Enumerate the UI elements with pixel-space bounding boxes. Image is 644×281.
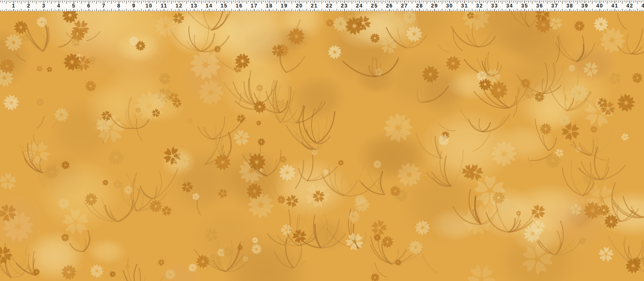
ruler-number: 5 [72, 3, 75, 9]
ruler-number: 30 [446, 3, 453, 9]
ruler-number: 14 [206, 3, 213, 9]
ruler-ticks [0, 0, 644, 12]
ruler-number: 20 [296, 3, 303, 9]
ruler-number: 19 [281, 3, 288, 9]
ruler-number: 13 [191, 3, 198, 9]
ruler-number: 17 [251, 3, 258, 9]
ruler-number: 12 [176, 3, 183, 9]
fabric-product-image: 1234567891011121314151617181920212223242… [0, 0, 644, 281]
ruler-number: 4 [57, 3, 60, 9]
ruler-number: 40 [596, 3, 603, 9]
ruler-number: 31 [461, 3, 468, 9]
ruler-number: 33 [491, 3, 498, 9]
ruler-number: 23 [341, 3, 348, 9]
ruler-number: 22 [326, 3, 333, 9]
ruler-number: 36 [536, 3, 543, 9]
ruler-number: 21 [311, 3, 318, 9]
ruler-number: 29 [431, 3, 438, 9]
ruler-number: 25 [371, 3, 378, 9]
ruler-number: 26 [386, 3, 393, 9]
ruler-number: 10 [146, 3, 153, 9]
ruler-number: 8 [117, 3, 121, 9]
fabric-pattern-svg [0, 11, 644, 281]
ruler-number: 32 [476, 3, 483, 9]
ruler-number: 2 [27, 3, 30, 9]
ruler-number: 24 [356, 3, 363, 9]
ruler: 1234567891011121314151617181920212223242… [0, 0, 644, 11]
ruler-number: 11 [161, 3, 167, 9]
ruler-number: 6 [87, 3, 90, 9]
ruler-number: 35 [521, 3, 528, 9]
ruler-number: 28 [416, 3, 423, 9]
ruler-number: 43 [642, 3, 644, 9]
ruler-number: 37 [551, 3, 558, 9]
ruler-number: 41 [611, 3, 618, 9]
ruler-number: 16 [235, 3, 243, 9]
ruler-number: 15 [220, 3, 228, 9]
ruler-number: 1 [12, 3, 15, 9]
ruler-number: 3 [42, 3, 45, 9]
ruler-number: 42 [627, 3, 634, 9]
ruler-number: 18 [266, 3, 273, 9]
ruler-number: 38 [566, 3, 573, 9]
grass-layer [0, 11, 644, 281]
fabric-swatch [0, 11, 644, 281]
ruler-number: 39 [581, 3, 588, 9]
ruler-number: 27 [401, 3, 408, 9]
ruler-number: 9 [132, 3, 136, 9]
ruler-number: 7 [102, 3, 106, 9]
ruler-number: 34 [506, 3, 513, 9]
flower-layer [0, 11, 644, 281]
